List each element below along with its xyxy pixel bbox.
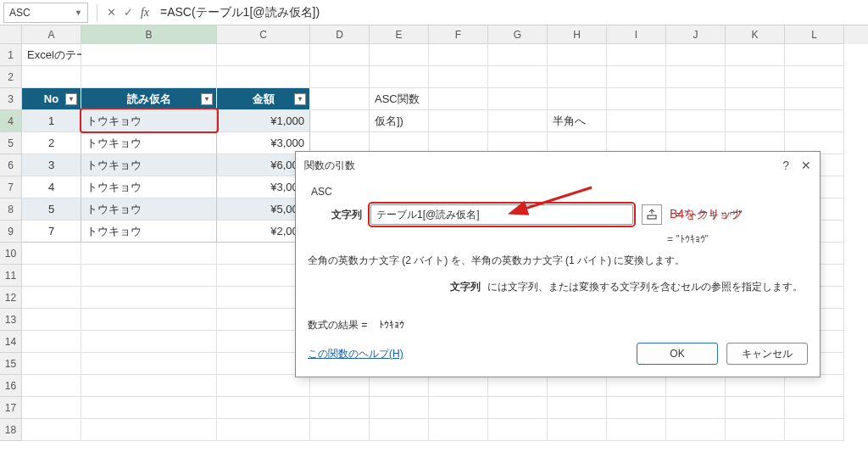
cell[interactable]	[666, 397, 726, 419]
cell[interactable]	[785, 44, 844, 66]
cancel-formula-button[interactable]: ✕	[103, 4, 120, 21]
cell[interactable]	[22, 397, 81, 419]
select-all-cell[interactable]	[0, 25, 22, 44]
cell[interactable]	[310, 66, 370, 88]
cell[interactable]	[666, 110, 726, 132]
row-header[interactable]: 14	[0, 331, 22, 353]
help-icon[interactable]: ?	[782, 159, 789, 172]
cell[interactable]	[666, 44, 726, 66]
filter-dropdown-icon[interactable]: ▾	[294, 93, 306, 105]
table-cell-B4[interactable]: トウキョウ	[81, 110, 217, 132]
cell[interactable]	[81, 375, 217, 397]
row-header[interactable]: 10	[0, 243, 22, 265]
cell[interactable]	[81, 287, 217, 309]
table-cell[interactable]: トウキョウ	[81, 198, 217, 221]
col-header-C[interactable]: C	[217, 25, 310, 44]
table-cell[interactable]: ¥1,000	[217, 110, 310, 132]
row-header[interactable]: 7	[0, 176, 22, 198]
cell[interactable]	[22, 66, 81, 88]
row-header[interactable]: 5	[0, 132, 22, 154]
cell[interactable]	[370, 397, 429, 419]
table-cell[interactable]: 3	[22, 154, 81, 176]
table-cell[interactable]: 7	[22, 221, 81, 243]
cell[interactable]	[607, 44, 666, 66]
cell[interactable]	[310, 419, 370, 441]
cell[interactable]	[785, 375, 844, 397]
cell[interactable]	[726, 419, 785, 441]
row-header[interactable]: 8	[0, 198, 22, 221]
row-header[interactable]: 1	[0, 44, 22, 66]
table-cell[interactable]: 4	[22, 176, 81, 198]
cell-E3[interactable]: ASC関数	[370, 88, 429, 110]
close-icon[interactable]: ✕	[801, 159, 811, 172]
cell[interactable]	[370, 44, 429, 66]
table-header-no[interactable]: No▾	[22, 88, 81, 110]
cell[interactable]	[429, 419, 488, 441]
cell[interactable]	[81, 331, 217, 353]
row-header[interactable]: 16	[0, 375, 22, 397]
cell[interactable]	[429, 88, 488, 110]
table-header-kingaku[interactable]: 金額▾	[217, 88, 310, 110]
filter-dropdown-icon[interactable]: ▾	[65, 93, 77, 105]
row-header[interactable]: 9	[0, 221, 22, 243]
cell[interactable]	[548, 419, 607, 441]
cell-B1[interactable]	[81, 44, 217, 66]
row-header[interactable]: 4	[0, 110, 22, 132]
name-box[interactable]: ASC ▼	[3, 3, 88, 23]
col-header-J[interactable]: J	[666, 25, 726, 44]
cell[interactable]	[370, 375, 429, 397]
col-header-B[interactable]: B	[81, 25, 217, 44]
table-cell[interactable]: 2	[22, 132, 81, 154]
filter-dropdown-icon[interactable]: ▾	[201, 93, 213, 105]
cell[interactable]	[607, 66, 666, 88]
cell[interactable]	[370, 66, 429, 88]
row-header[interactable]: 3	[0, 88, 22, 110]
cell[interactable]	[548, 66, 607, 88]
table-cell[interactable]: トウキョウ	[81, 221, 217, 243]
cell[interactable]	[22, 331, 81, 353]
cell[interactable]	[488, 419, 548, 441]
table-cell[interactable]: 1	[22, 110, 81, 132]
row-header[interactable]: 6	[0, 154, 22, 176]
cell[interactable]	[81, 243, 217, 265]
cell[interactable]	[785, 110, 844, 132]
cell[interactable]	[785, 397, 844, 419]
cell[interactable]	[22, 309, 81, 331]
chevron-down-icon[interactable]: ▼	[75, 8, 82, 17]
help-link[interactable]: この関数のヘルプ(H)	[308, 347, 628, 361]
cell[interactable]	[217, 375, 310, 397]
cell[interactable]	[217, 419, 310, 441]
col-header-D[interactable]: D	[310, 25, 370, 44]
cell[interactable]	[666, 66, 726, 88]
table-cell[interactable]: トウキョウ	[81, 154, 217, 176]
cell[interactable]	[607, 397, 666, 419]
cell-A1[interactable]: Excelのテーブルで便利な関数	[22, 44, 81, 66]
cell[interactable]	[22, 265, 81, 287]
cell[interactable]	[81, 419, 217, 441]
col-header-H[interactable]: H	[548, 25, 607, 44]
row-header[interactable]: 13	[0, 309, 22, 331]
row-header[interactable]: 11	[0, 265, 22, 287]
cell[interactable]	[607, 375, 666, 397]
cell[interactable]	[726, 110, 785, 132]
cell[interactable]	[666, 88, 726, 110]
col-header-E[interactable]: E	[370, 25, 429, 44]
cell[interactable]	[785, 66, 844, 88]
cell[interactable]	[81, 353, 217, 375]
cell[interactable]	[81, 265, 217, 287]
cell[interactable]	[310, 110, 370, 132]
cell[interactable]	[607, 88, 666, 110]
cell[interactable]	[81, 397, 217, 419]
cell[interactable]	[785, 88, 844, 110]
dialog-titlebar[interactable]: 関数の引数 ? ✕	[296, 152, 820, 179]
cell-C1[interactable]	[217, 44, 310, 66]
cell[interactable]	[726, 397, 785, 419]
cell[interactable]	[607, 110, 666, 132]
cell[interactable]	[217, 397, 310, 419]
cancel-button[interactable]: キャンセル	[726, 343, 808, 365]
cell[interactable]	[22, 419, 81, 441]
cell[interactable]	[488, 88, 548, 110]
row-header[interactable]: 2	[0, 66, 22, 88]
cell-E4[interactable]: 仮名])	[370, 110, 429, 132]
fx-button[interactable]: fx	[136, 4, 153, 21]
